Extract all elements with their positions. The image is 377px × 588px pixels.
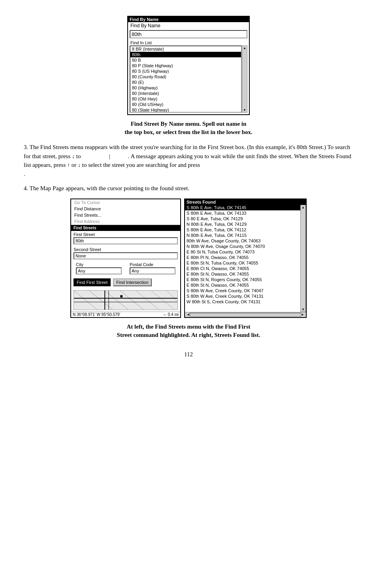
sf-list-item[interactable]: S 80th E Ave, Tulsa, OK 74112	[185, 227, 300, 233]
first-street-label: First Street	[71, 231, 180, 237]
streets-found-list[interactable]: S 80th E Ave, Tulsa, OK 74145S 80th E Av…	[185, 205, 300, 312]
fbn-list-container: 8 BR (Interstate)80th80 B80 P (State Hig…	[130, 45, 247, 113]
scroll-down-arrow[interactable]: ▼	[243, 108, 246, 112]
page-number: 112	[24, 351, 353, 358]
fbn-list-item[interactable]: 80 (Highway)	[130, 85, 241, 91]
sf-list-item[interactable]: E 80 St N, Tulsa County, OK 74073	[185, 249, 300, 255]
postal-code-label: Postal Code	[127, 261, 178, 267]
fbn-list-item[interactable]: 80th	[130, 52, 241, 57]
sf-scroll-up-arrow[interactable]: ▲	[302, 206, 305, 209]
map-preview	[74, 290, 178, 310]
find-in-list-label: Find In List	[128, 39, 249, 45]
sf-hscrollbar[interactable]: ◄ ►	[185, 312, 306, 317]
menu-go-to-cursor[interactable]: Go To Cursor	[71, 199, 180, 206]
city-postal-row: City Any Postal Code Any	[71, 261, 180, 276]
fbn-list-item[interactable]: 80 S (US Highway)	[130, 68, 241, 74]
sf-list-item[interactable]: N 80th E Ave, Tulsa, OK 74115	[185, 233, 300, 238]
svg-line-1	[89, 291, 113, 310]
fbn-input-row: 80th	[128, 29, 249, 39]
sf-scrollbar[interactable]: ▲ ▼	[300, 205, 306, 312]
fbn-scrollbar[interactable]: ▲ ▼	[242, 45, 247, 113]
fbn-list-item[interactable]: 80 (Old Hwy)	[130, 96, 241, 102]
arrow-expand: ↔	[163, 312, 167, 317]
sf-titlebar: Streets Found	[185, 199, 306, 205]
sf-list-item[interactable]: 80th W Ave, Osage County, OK 74063	[185, 238, 300, 244]
top-screenshot: Find By Name Find By Name 80th Find In L…	[24, 16, 353, 115]
fbn-list-item[interactable]: 80 P (State Highway)	[130, 63, 241, 68]
paragraph-4: 4. The Map Page appears, with the cursor…	[24, 184, 353, 193]
find-by-name-input[interactable]: 80th	[130, 30, 247, 38]
streets-found-panel: Streets Found S 80th E Ave, Tulsa, OK 74…	[184, 199, 307, 318]
bottom-screenshots: Go To Cursor Find Distance Find Streets.…	[24, 199, 353, 318]
sf-list-item[interactable]: W 80th St S, Creek County, OK 74131	[185, 299, 300, 304]
fbn-list-item[interactable]: 80 (E)	[130, 79, 241, 85]
fbn-list-item[interactable]: 80 B	[130, 57, 241, 63]
first-street-input[interactable]: 80th	[74, 237, 178, 244]
fs-buttons: Find First Street Find Intersection	[71, 277, 180, 289]
second-street-input[interactable]: None	[74, 252, 178, 259]
fbn-heading-label: Find By Name	[128, 22, 249, 29]
postal-code-input[interactable]: Any	[130, 267, 175, 274]
sf-list-item[interactable]: S 80th E Ave, Tulsa, OK 74133	[185, 210, 300, 216]
svg-line-4	[136, 291, 159, 310]
sf-list-item[interactable]: E 80th St N, Tulsa County, OK 74055	[185, 260, 300, 266]
postal-col: Postal Code Any	[127, 261, 178, 276]
sf-list-item[interactable]: E 80th St N, Rogers County, OK 74055	[185, 277, 300, 282]
sf-list-item[interactable]: S 80th W Ave, Creek County, OK 74131	[185, 293, 300, 299]
sf-list-item[interactable]: S 80 E Ave, Tulsa, OK 74129	[185, 216, 300, 221]
city-input[interactable]: Any	[76, 267, 122, 274]
fbn-list-item[interactable]: 80 (State Highway)	[130, 107, 241, 113]
fbn-list-item[interactable]: 8 BR (Interstate)	[130, 46, 241, 52]
arrow-up: ↑	[67, 162, 70, 168]
sf-list-item[interactable]: E 80th Pl N, Owasso, OK 74055	[185, 255, 300, 260]
fbn-list-item[interactable]: 80 (Old USHwy)	[130, 102, 241, 107]
svg-line-5	[151, 291, 175, 310]
top-caption: Find Street By Name menu. Spell out name…	[24, 120, 353, 136]
svg-line-0	[74, 291, 97, 310]
second-street-label: Second Street	[71, 246, 180, 252]
scale-value: 0.4 mi	[168, 312, 179, 317]
menu-find-distance[interactable]: Find Distance	[71, 206, 180, 212]
fbn-list-item[interactable]: 80 (County Road)	[130, 74, 241, 79]
svg-rect-11	[120, 295, 123, 297]
fbn-titlebar: Find By Name	[128, 17, 249, 22]
sf-hscroll-right[interactable]: ►	[301, 313, 304, 316]
sf-list-area: S 80th E Ave, Tulsa, OK 74145S 80th E Av…	[185, 205, 306, 312]
sf-list-item[interactable]: E 80th St N, Owasso, OK 74055	[185, 271, 300, 277]
find-by-name-list[interactable]: 8 BR (Interstate)80th80 B80 P (State Hig…	[130, 45, 242, 113]
sf-list-item[interactable]: E 80th Ct N, Owasso, OK 74055	[185, 266, 300, 271]
sf-list-item[interactable]: S 80th W Ave, Creek County, OK 74047	[185, 288, 300, 293]
city-label: City	[74, 261, 124, 267]
find-streets-section-label: Find Streets	[71, 225, 180, 231]
svg-line-3	[120, 291, 143, 310]
svg-line-2	[105, 291, 128, 310]
find-by-name-window: Find By Name Find By Name 80th Find In L…	[127, 16, 250, 115]
fbn-list-item[interactable]: 80 (Interstate)	[130, 91, 241, 96]
svg-line-6	[167, 291, 177, 301]
menu-find-address[interactable]: Find Address	[71, 218, 180, 225]
scroll-up-arrow[interactable]: ▲	[243, 46, 246, 50]
arrow-down-1: ↓	[72, 153, 75, 159]
arrow-down-2: ↓	[78, 162, 81, 168]
sf-list-item[interactable]: S 80th E Ave, Tulsa, OK 74145	[185, 205, 300, 210]
sf-scroll-down-arrow[interactable]: ▼	[302, 308, 305, 311]
coordinates: N 36°08.971' W 95°50.579'	[73, 312, 120, 317]
sf-hscroll-left[interactable]: ◄	[187, 313, 190, 316]
sf-list-item[interactable]: E 80th St N, Owasso, OK 74055	[185, 282, 300, 288]
sf-hscroll-track	[190, 313, 301, 317]
bottom-caption: At left, the Find Streets menu with the …	[24, 323, 353, 339]
paragraph-3: 3. The Find Streets menu reappears with …	[24, 143, 353, 178]
sf-list-item[interactable]: N 80th E Ave, Tulsa, OK 74129	[185, 221, 300, 227]
sf-list-item[interactable]: N 80th W Ave, Osage County, OK 74070	[185, 244, 300, 249]
city-col: City Any	[74, 261, 124, 276]
find-streets-panel: Go To Cursor Find Distance Find Streets.…	[70, 199, 181, 318]
find-first-street-button[interactable]: Find First Street	[74, 278, 111, 286]
menu-find-streets[interactable]: Find Streets...	[71, 212, 180, 218]
coords-bar: N 36°08.971' W 95°50.579' ↔ 0.4 mi	[71, 312, 180, 317]
find-intersection-button[interactable]: Find Intersection	[113, 278, 151, 286]
